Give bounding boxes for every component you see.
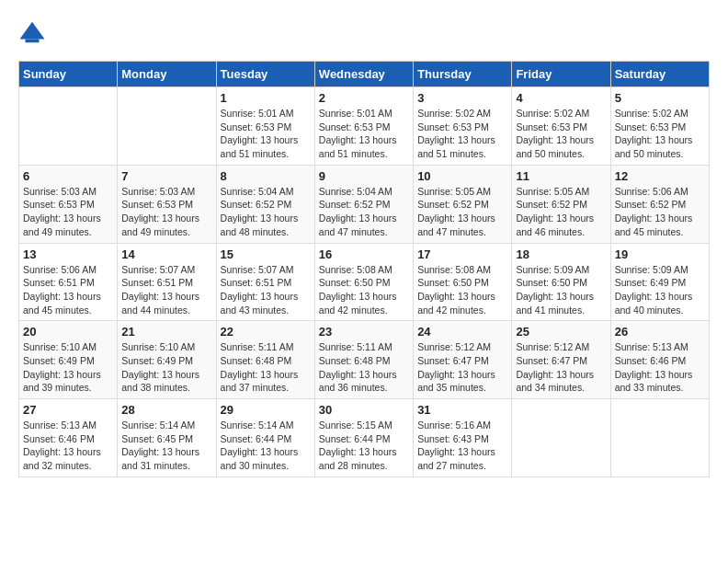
calendar-cell: 10Sunrise: 5:05 AM Sunset: 6:52 PM Dayli…: [414, 165, 512, 243]
calendar-cell: [512, 399, 610, 477]
day-number: 1: [221, 91, 311, 105]
calendar-cell: 16Sunrise: 5:08 AM Sunset: 6:50 PM Dayli…: [314, 243, 413, 321]
day-number: 30: [319, 403, 409, 417]
day-number: 9: [319, 169, 409, 183]
day-number: 7: [121, 169, 211, 183]
day-info: Sunrise: 5:05 AM Sunset: 6:52 PM Dayligh…: [516, 185, 606, 239]
day-info: Sunrise: 5:08 AM Sunset: 6:50 PM Dayligh…: [319, 263, 409, 317]
day-number: 10: [417, 169, 507, 183]
day-info: Sunrise: 5:07 AM Sunset: 6:51 PM Dayligh…: [221, 263, 311, 317]
calendar-cell: 8Sunrise: 5:04 AM Sunset: 6:52 PM Daylig…: [216, 165, 314, 243]
day-info: Sunrise: 5:07 AM Sunset: 6:51 PM Dayligh…: [121, 263, 211, 317]
day-info: Sunrise: 5:10 AM Sunset: 6:49 PM Dayligh…: [23, 340, 113, 395]
day-info: Sunrise: 5:06 AM Sunset: 6:51 PM Dayligh…: [23, 263, 113, 317]
calendar-week-row: 1Sunrise: 5:01 AM Sunset: 6:53 PM Daylig…: [19, 87, 710, 166]
weekday-header: Friday: [512, 62, 610, 87]
day-number: 31: [417, 403, 507, 417]
day-info: Sunrise: 5:14 AM Sunset: 6:45 PM Dayligh…: [121, 419, 211, 473]
weekday-header: Sunday: [19, 62, 118, 87]
calendar-cell: 31Sunrise: 5:16 AM Sunset: 6:43 PM Dayli…: [414, 399, 512, 477]
day-number: 2: [319, 91, 409, 105]
day-number: 20: [23, 325, 113, 339]
calendar-cell: 12Sunrise: 5:06 AM Sunset: 6:52 PM Dayli…: [610, 165, 709, 243]
day-info: Sunrise: 5:11 AM Sunset: 6:48 PM Dayligh…: [221, 340, 311, 395]
calendar-cell: 14Sunrise: 5:07 AM Sunset: 6:51 PM Dayli…: [118, 243, 216, 321]
weekday-header: Saturday: [610, 62, 709, 87]
svg-marker-0: [20, 22, 45, 40]
day-info: Sunrise: 5:03 AM Sunset: 6:53 PM Dayligh…: [23, 185, 113, 239]
calendar-cell: 6Sunrise: 5:03 AM Sunset: 6:53 PM Daylig…: [19, 165, 118, 243]
day-info: Sunrise: 5:08 AM Sunset: 6:50 PM Dayligh…: [417, 263, 507, 317]
calendar-cell: 28Sunrise: 5:14 AM Sunset: 6:45 PM Dayli…: [118, 399, 216, 477]
weekday-header: Wednesday: [314, 62, 413, 87]
calendar-cell: 21Sunrise: 5:10 AM Sunset: 6:49 PM Dayli…: [118, 321, 216, 399]
day-number: 25: [516, 325, 606, 339]
day-number: 5: [615, 91, 705, 105]
day-info: Sunrise: 5:04 AM Sunset: 6:52 PM Dayligh…: [319, 185, 409, 239]
calendar-cell: 13Sunrise: 5:06 AM Sunset: 6:51 PM Dayli…: [19, 243, 118, 321]
day-number: 6: [23, 169, 113, 183]
calendar-cell: 17Sunrise: 5:08 AM Sunset: 6:50 PM Dayli…: [414, 243, 512, 321]
day-info: Sunrise: 5:01 AM Sunset: 6:53 PM Dayligh…: [221, 107, 311, 161]
calendar-cell: 26Sunrise: 5:13 AM Sunset: 6:46 PM Dayli…: [610, 321, 709, 399]
day-number: 14: [121, 247, 211, 261]
day-info: Sunrise: 5:03 AM Sunset: 6:53 PM Dayligh…: [121, 185, 211, 239]
day-number: 29: [221, 403, 311, 417]
calendar-cell: 9Sunrise: 5:04 AM Sunset: 6:52 PM Daylig…: [314, 165, 413, 243]
day-number: 15: [221, 247, 311, 261]
day-info: Sunrise: 5:02 AM Sunset: 6:53 PM Dayligh…: [516, 107, 606, 161]
svg-rect-1: [26, 40, 40, 43]
day-number: 28: [121, 403, 211, 417]
day-number: 8: [221, 169, 311, 183]
day-number: 3: [417, 91, 507, 105]
day-info: Sunrise: 5:06 AM Sunset: 6:52 PM Dayligh…: [615, 185, 705, 239]
weekday-header: Thursday: [414, 62, 512, 87]
weekday-header: Monday: [118, 62, 216, 87]
calendar-week-row: 13Sunrise: 5:06 AM Sunset: 6:51 PM Dayli…: [19, 243, 710, 321]
day-number: 26: [615, 325, 705, 339]
day-number: 16: [319, 247, 409, 261]
day-info: Sunrise: 5:02 AM Sunset: 6:53 PM Dayligh…: [417, 107, 507, 161]
day-number: 18: [516, 247, 606, 261]
calendar-cell: 29Sunrise: 5:14 AM Sunset: 6:44 PM Dayli…: [216, 399, 314, 477]
day-info: Sunrise: 5:12 AM Sunset: 6:47 PM Dayligh…: [516, 340, 606, 395]
day-info: Sunrise: 5:01 AM Sunset: 6:53 PM Dayligh…: [319, 107, 409, 161]
calendar-cell: 25Sunrise: 5:12 AM Sunset: 6:47 PM Dayli…: [512, 321, 610, 399]
day-number: 13: [23, 247, 113, 261]
day-info: Sunrise: 5:11 AM Sunset: 6:48 PM Dayligh…: [319, 340, 409, 395]
calendar-cell: 24Sunrise: 5:12 AM Sunset: 6:47 PM Dayli…: [414, 321, 512, 399]
calendar-cell: 22Sunrise: 5:11 AM Sunset: 6:48 PM Dayli…: [216, 321, 314, 399]
day-info: Sunrise: 5:02 AM Sunset: 6:53 PM Dayligh…: [615, 107, 705, 161]
calendar-cell: 27Sunrise: 5:13 AM Sunset: 6:46 PM Dayli…: [19, 399, 118, 477]
day-number: 11: [516, 169, 606, 183]
day-number: 12: [615, 169, 705, 183]
day-number: 19: [615, 247, 705, 261]
calendar-cell: 2Sunrise: 5:01 AM Sunset: 6:53 PM Daylig…: [314, 87, 413, 166]
day-info: Sunrise: 5:12 AM Sunset: 6:47 PM Dayligh…: [417, 340, 507, 395]
day-info: Sunrise: 5:05 AM Sunset: 6:52 PM Dayligh…: [417, 185, 507, 239]
day-info: Sunrise: 5:13 AM Sunset: 6:46 PM Dayligh…: [23, 419, 113, 473]
calendar-cell: 4Sunrise: 5:02 AM Sunset: 6:53 PM Daylig…: [512, 87, 610, 166]
day-number: 23: [319, 325, 409, 339]
calendar-cell: 23Sunrise: 5:11 AM Sunset: 6:48 PM Dayli…: [314, 321, 413, 399]
day-number: 24: [417, 325, 507, 339]
calendar-week-row: 20Sunrise: 5:10 AM Sunset: 6:49 PM Dayli…: [19, 321, 710, 399]
day-info: Sunrise: 5:04 AM Sunset: 6:52 PM Dayligh…: [221, 185, 311, 239]
calendar-cell: [19, 87, 118, 166]
logo: [18, 18, 50, 46]
calendar-cell: [118, 87, 216, 166]
day-info: Sunrise: 5:15 AM Sunset: 6:44 PM Dayligh…: [319, 419, 409, 473]
calendar-cell: 18Sunrise: 5:09 AM Sunset: 6:50 PM Dayli…: [512, 243, 610, 321]
day-number: 4: [516, 91, 606, 105]
logo-icon: [18, 18, 46, 46]
day-number: 17: [417, 247, 507, 261]
calendar-cell: 1Sunrise: 5:01 AM Sunset: 6:53 PM Daylig…: [216, 87, 314, 166]
calendar-cell: [610, 399, 709, 477]
calendar-cell: 15Sunrise: 5:07 AM Sunset: 6:51 PM Dayli…: [216, 243, 314, 321]
day-number: 22: [221, 325, 311, 339]
calendar-cell: 30Sunrise: 5:15 AM Sunset: 6:44 PM Dayli…: [314, 399, 413, 477]
page-header: [18, 18, 710, 46]
calendar-week-row: 27Sunrise: 5:13 AM Sunset: 6:46 PM Dayli…: [19, 399, 710, 477]
calendar-week-row: 6Sunrise: 5:03 AM Sunset: 6:53 PM Daylig…: [19, 165, 710, 243]
day-info: Sunrise: 5:09 AM Sunset: 6:49 PM Dayligh…: [615, 263, 705, 317]
